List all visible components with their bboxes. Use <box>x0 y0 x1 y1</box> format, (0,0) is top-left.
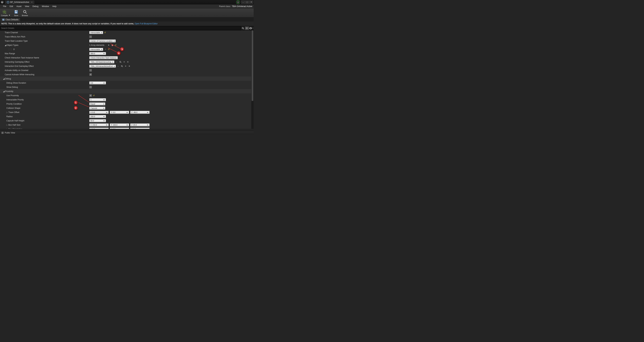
close-tab-icon[interactable]: × <box>31 1 32 4</box>
collision-shape-dropdown[interactable]: Capsule▼ <box>89 107 105 110</box>
prop-check-task-label: Check Interaction Task Instance Name <box>0 56 89 60</box>
close-window-button[interactable]: ✕ <box>249 1 253 4</box>
check-task-input[interactable]: Check Interaction Task Instance <box>89 56 118 59</box>
menu-asset[interactable]: Asset <box>15 5 23 8</box>
box-half-size-z-input[interactable]: Z20.0◂▸ <box>130 123 150 126</box>
menu-debug[interactable]: Debug <box>31 5 40 8</box>
prop-trace-start-loc-label: Trace Start Location Type <box>0 39 89 43</box>
browse-button[interactable]: Browse <box>22 10 28 17</box>
element-menu-icon[interactable]: ▼ <box>104 48 107 51</box>
prop-show-debug-label: Show Debug <box>0 85 89 89</box>
menu-file[interactable]: File <box>1 5 8 8</box>
class-defaults-tab[interactable]: Class Defaults <box>0 18 21 22</box>
interactable-priority-input[interactable]: 1◂▸ <box>89 98 106 101</box>
add-new-icon[interactable]: ＋ <box>124 65 127 68</box>
svg-rect-2 <box>16 11 17 12</box>
toolbar: Compile ▼ Save Browse <box>0 9 254 18</box>
category-debug[interactable]: ◢Debug <box>0 77 89 81</box>
search-input[interactable] <box>0 26 241 30</box>
svg-rect-8 <box>4 19 4 20</box>
maximize-button[interactable]: ▢ <box>245 1 249 4</box>
expander-icon[interactable]: ◢ <box>3 78 5 80</box>
category-proximity[interactable]: ◢Proximity <box>0 90 89 93</box>
trace-offset-y-input[interactable]: Y0.0◂▸ <box>110 111 129 114</box>
use-proximity-checkbox[interactable]: ✓ <box>89 94 92 97</box>
radius-input[interactable]: 150.0◂▸ <box>89 115 106 118</box>
box-half-size-y-input[interactable]: Y150.0◂▸ <box>110 123 129 126</box>
open-full-editor-link[interactable]: Open Full Blueprint Editor <box>134 23 158 25</box>
clear-asset-icon[interactable]: ✕ <box>128 65 131 68</box>
reset-icon[interactable]: ↺ <box>115 44 116 46</box>
property-matrix-button[interactable] <box>245 27 249 30</box>
box-half-size-x-input[interactable]: X150.0◂▸ <box>89 123 109 126</box>
document-title: BP_GAInteractActive <box>10 1 29 3</box>
object-type-0-dropdown[interactable]: Interactable▼ <box>89 48 103 51</box>
source-control-icon[interactable] <box>236 0 240 4</box>
trace-channel-dropdown[interactable]: Interactable▼ <box>89 31 103 34</box>
svg-rect-7 <box>2 19 3 20</box>
prop-trace-aim-pitch-label: Trace Affects Aim Pitch <box>0 35 89 39</box>
callout-4: 4 <box>117 51 121 55</box>
clear-asset-icon[interactable]: ✕ <box>126 61 129 63</box>
trace-offset-x-input[interactable]: X0.0◂▸ <box>89 111 109 114</box>
compile-dropdown-icon[interactable]: ▼ <box>8 14 10 17</box>
public-view-checkbox[interactable] <box>1 132 4 134</box>
interaction-end-ge-dropdown[interactable]: TBIA_GEInteractActiveEnd▼ <box>89 65 116 68</box>
array-add-icon[interactable]: ＋ <box>107 44 110 47</box>
menu-view[interactable]: View <box>23 5 31 8</box>
box-orientation-z-input[interactable]: Z0.0◂▸ <box>130 128 150 129</box>
expander-icon[interactable]: ◢ <box>3 90 5 93</box>
reset-icon[interactable]: ↺ <box>108 48 110 51</box>
visibility-filter-button[interactable]: ▼ <box>249 27 254 30</box>
box-orientation-x-input[interactable]: X0.0◂▸ <box>89 128 109 129</box>
box-orientation-y-input[interactable]: Y0.0◂▸ <box>110 128 129 129</box>
panel-tabs: Class Defaults <box>0 18 254 22</box>
details-panel: Trace Channel Interactable▼ ↺ Trace Affe… <box>0 30 254 129</box>
prop-capsule-half-height-label: Capsule Half Height <box>0 119 89 123</box>
window-buttons: – ▢ ✕ <box>241 1 253 4</box>
save-button[interactable]: Save <box>14 10 19 17</box>
add-new-icon[interactable]: ＋ <box>123 61 126 63</box>
details-scrollbar[interactable] <box>251 30 254 129</box>
svg-line-19 <box>122 67 123 67</box>
capsule-half-height-input[interactable]: 50.0◂▸ <box>89 119 106 122</box>
interacting-ge-dropdown[interactable]: TBIA_GEStateInteracting▼ <box>89 61 114 64</box>
reset-icon[interactable]: ↺ <box>93 94 94 97</box>
svg-rect-12 <box>246 27 248 29</box>
reset-icon[interactable]: ↺ <box>104 31 106 34</box>
scrollbar-thumb[interactable] <box>252 30 253 101</box>
browse-asset-icon[interactable] <box>119 61 122 63</box>
prop-object-types-label: ◢Object Types <box>0 43 89 47</box>
priority-condition-dropdown[interactable]: Equal▼ <box>89 102 105 105</box>
trace-start-loc-dropdown[interactable]: Center of Camera Location▼ <box>89 40 116 43</box>
parent-class-link[interactable]: TBIA GAInteract Active <box>232 5 252 8</box>
expander-icon[interactable]: ◢ <box>5 44 6 46</box>
expander-icon[interactable]: ▷ <box>6 111 8 114</box>
menu-edit[interactable]: Edit <box>8 5 15 8</box>
trace-aim-pitch-checkbox[interactable] <box>89 36 92 38</box>
cannot-activate-checkbox[interactable]: ✓ <box>89 73 92 76</box>
max-range-input[interactable]: 300.0◂▸ <box>89 52 106 55</box>
menu-help[interactable]: Help <box>51 5 58 8</box>
prop-trace-channel-label: Trace Channel <box>0 31 89 35</box>
footer-bar: Public View <box>0 131 254 135</box>
document-tab[interactable]: BP_GAInteractActive × <box>5 0 35 4</box>
debug-duration-input[interactable]: 3.0◂▸ <box>89 81 106 85</box>
compile-button[interactable]: Compile <box>1 10 8 17</box>
show-debug-checkbox[interactable] <box>89 86 92 89</box>
svg-rect-1 <box>15 10 17 12</box>
callout-1: 1 <box>74 101 78 105</box>
search-icon[interactable] <box>241 26 245 30</box>
array-clear-icon[interactable] <box>111 44 114 47</box>
activate-on-granted-checkbox[interactable] <box>89 69 92 72</box>
expander-icon[interactable]: ▷ <box>6 124 8 126</box>
array-item-0-index: ⋮⋮0 <box>0 48 89 51</box>
prop-trace-offset-label: ▷Trace Offset <box>0 111 89 114</box>
trace-offset-z-input[interactable]: Z-88.0◂▸ <box>130 111 150 114</box>
use-selected-icon[interactable]: ← <box>117 65 120 68</box>
menu-window[interactable]: Window <box>40 5 51 8</box>
browse-asset-icon[interactable] <box>120 65 123 68</box>
expander-icon[interactable]: ▷ <box>6 128 8 129</box>
use-selected-icon[interactable]: ← <box>116 61 118 63</box>
minimize-button[interactable]: – <box>241 1 245 4</box>
